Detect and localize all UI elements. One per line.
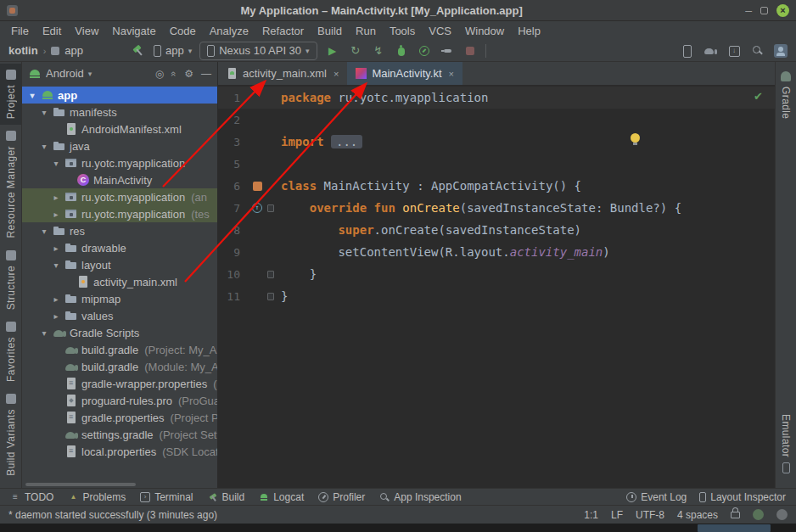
indent-size[interactable]: 4 spaces [677, 509, 718, 521]
minimize-button[interactable]: – [745, 6, 752, 14]
fold-marker-icon[interactable] [267, 204, 274, 212]
device-dropdown[interactable]: Nexus 10 API 30 ▾ [199, 42, 317, 60]
menu-item-tools[interactable]: Tools [384, 23, 421, 39]
tool-tab-profiler[interactable]: Profiler [318, 491, 365, 503]
close-tab-icon[interactable]: × [449, 69, 454, 79]
menu-item-window[interactable]: Window [459, 23, 510, 39]
tree-item-res[interactable]: ▾res [22, 222, 217, 239]
line-number[interactable]: 8 [218, 224, 249, 237]
line-number[interactable]: 7 [218, 202, 249, 215]
tool-tab-todo[interactable]: TODO [10, 491, 53, 503]
menu-item-view[interactable]: View [69, 23, 104, 39]
menu-item-navigate[interactable]: Navigate [106, 23, 161, 39]
close-button[interactable]: × [776, 4, 789, 17]
chevron-down-icon[interactable]: ▾ [39, 108, 49, 117]
code-line-11[interactable]: 11} [218, 285, 775, 307]
tree-item-drawable[interactable]: ▸drawable [22, 239, 217, 256]
maximize-button[interactable] [760, 7, 768, 14]
line-number[interactable]: 2 [218, 114, 249, 126]
file-encoding[interactable]: UTF-8 [636, 509, 664, 521]
collapse-all-icon[interactable]: « [169, 70, 179, 76]
caret-position[interactable]: 1:1 [584, 509, 598, 521]
run-configuration-dropdown[interactable]: app ▾ [154, 44, 192, 57]
intention-bulb-icon[interactable] [631, 133, 640, 143]
tool-button-resource-manager[interactable]: Resource Manager [0, 125, 21, 244]
tool-tab-terminal[interactable]: Terminal [140, 491, 193, 503]
tool-tab-event-log[interactable]: Event Log [626, 491, 687, 503]
build-hammer-icon[interactable] [131, 43, 146, 59]
code-line-2[interactable]: 2 [218, 109, 775, 131]
tree-item-app[interactable]: ▾app [22, 87, 217, 104]
menu-item-analyze[interactable]: Analyze [204, 23, 255, 39]
breadcrumb-app[interactable]: app [64, 44, 83, 57]
inspection-ok-icon[interactable]: ✔ [754, 90, 763, 103]
tool-tab-problems[interactable]: Problems [68, 491, 126, 503]
line-number[interactable]: 5 [218, 158, 249, 171]
tree-item-androidmanifest-xml[interactable]: AndroidManifest.xml [22, 120, 217, 137]
fold-marker-icon[interactable] [267, 271, 274, 278]
tree-item-activity-main-xml[interactable]: activity_main.xml [22, 273, 217, 290]
tree-item-local-properties[interactable]: local.properties(SDK Locatio [22, 443, 217, 460]
tool-button-project[interactable]: Project [0, 64, 21, 125]
tree-item-gradle-wrapper-properties[interactable]: gradle-wrapper.properties( [22, 375, 217, 392]
apply-changes-button[interactable]: ↻ [348, 43, 363, 59]
chevron-down-icon[interactable]: ▾ [27, 91, 37, 100]
chevron-down-icon[interactable]: ▾ [51, 260, 61, 270]
menu-item-edit[interactable]: Edit [36, 23, 67, 39]
profile-button[interactable] [417, 43, 432, 59]
line-number[interactable]: 3 [218, 136, 249, 148]
editor-tab-mainactivity-kt[interactable]: MainActivity.kt× [347, 62, 462, 85]
code-line-6[interactable]: 6class MainActivity : AppCompatActivity(… [218, 175, 775, 197]
profile-avatar[interactable] [774, 44, 788, 58]
tool-button-structure[interactable]: Structure [0, 244, 21, 316]
code-line-9[interactable]: 9 setContentView(R.layout.activity_main) [218, 241, 775, 263]
tool-tab-build[interactable]: Build [208, 491, 245, 503]
line-number[interactable]: 11 [218, 290, 249, 303]
tree-item-build-gradle[interactable]: build.gradle(Project: My_Ap [22, 341, 217, 358]
chevron-right-icon[interactable]: ▸ [51, 244, 61, 253]
tool-tab-logcat[interactable]: Logcat [259, 491, 304, 503]
tree-item-mipmap[interactable]: ▸mipmap [22, 290, 217, 307]
menu-item-vcs[interactable]: VCS [423, 23, 457, 39]
tree-item-gradle-properties[interactable]: gradle.properties(Project Pr [22, 409, 217, 426]
tree-item-gradle-scripts[interactable]: ▾Gradle Scripts [22, 324, 217, 341]
tree-item-settings-gradle[interactable]: settings.gradle(Project Setti [22, 426, 217, 443]
settings-gear-icon[interactable]: ⚙ [184, 68, 193, 80]
tool-tab-layout-inspector[interactable]: Layout Inspector [699, 491, 786, 503]
tree-item-ru-yotc-myapplication[interactable]: ▸ru.yotc.myapplication(an [22, 188, 217, 205]
sync-project-button[interactable] [703, 43, 718, 59]
hide-panel-icon[interactable]: — [201, 68, 211, 80]
tree-item-manifests[interactable]: ▾manifests [22, 104, 217, 120]
highlighting-level-icon[interactable] [753, 509, 764, 520]
line-number[interactable]: 9 [218, 246, 249, 259]
menu-item-run[interactable]: Run [350, 23, 382, 39]
menu-item-refactor[interactable]: Refactor [256, 23, 310, 39]
tree-item-layout[interactable]: ▾layout [22, 256, 217, 273]
chevron-right-icon[interactable]: ▸ [51, 210, 61, 219]
tool-button-favorites[interactable]: Favorites [0, 316, 21, 388]
close-tab-icon[interactable]: × [334, 69, 339, 79]
chevron-right-icon[interactable]: ▸ [51, 193, 61, 202]
tree-item-build-gradle[interactable]: build.gradle(Module: My_Ap [22, 358, 217, 375]
tool-tab-app-inspection[interactable]: App Inspection [379, 491, 461, 503]
tree-item-proguard-rules-pro[interactable]: proguard-rules.pro(ProGuar [22, 392, 217, 409]
class-gutter-icon[interactable] [253, 182, 262, 191]
chevron-down-icon[interactable]: ▾ [51, 159, 61, 168]
chevron-down-icon[interactable]: ▾ [39, 328, 49, 338]
tree-item-values[interactable]: ▸values [22, 307, 217, 324]
menu-item-code[interactable]: Code [164, 23, 202, 39]
locate-file-icon[interactable]: ◎ [155, 68, 164, 80]
line-number[interactable]: 1 [218, 92, 249, 104]
tree-item-java[interactable]: ▾java [22, 137, 217, 154]
project-view-selector[interactable]: Android [46, 67, 84, 80]
line-number[interactable]: 6 [218, 180, 249, 193]
tool-button-build-variants[interactable]: Build Variants [0, 388, 21, 482]
chevron-right-icon[interactable]: ▸ [51, 311, 61, 321]
code-line-3[interactable]: 3import ... [218, 131, 775, 153]
code-line-10[interactable]: 10 } [218, 263, 775, 285]
tree-item-mainactivity[interactable]: MainActivity [22, 171, 217, 188]
fold-marker-icon[interactable] [267, 293, 274, 300]
search-everywhere-button[interactable] [750, 43, 765, 59]
code-line-8[interactable]: 8 super.onCreate(savedInstanceState) [218, 219, 775, 241]
tree-item-ru-yotc-myapplication[interactable]: ▸ru.yotc.myapplication(tes [22, 205, 217, 222]
